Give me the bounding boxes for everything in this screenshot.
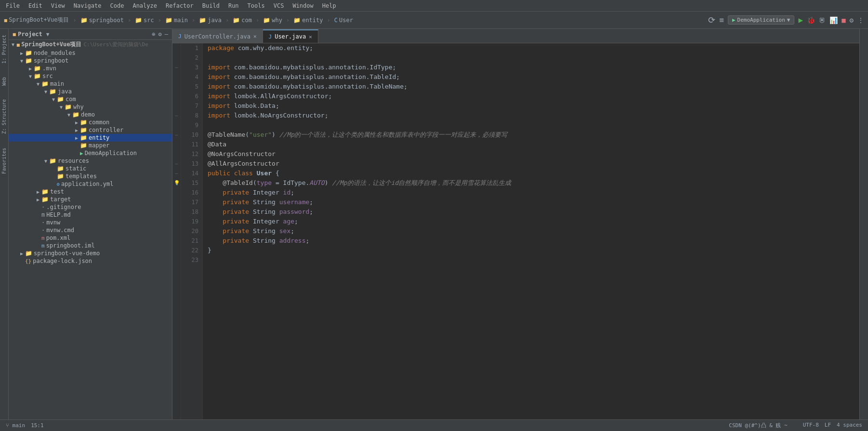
tree-item-entity[interactable]: ▶ 📁 entity xyxy=(9,134,172,142)
project-dropdown-icon[interactable]: ▼ xyxy=(46,31,50,38)
menu-navigate[interactable]: Navigate xyxy=(70,1,105,10)
menu-file[interactable]: File xyxy=(2,1,24,10)
collapse-icon-13[interactable]: – xyxy=(175,159,178,169)
tree-item-pomxml[interactable]: m pom.xml xyxy=(9,234,172,242)
menu-analyze[interactable]: Analyze xyxy=(129,1,161,10)
tree-item-package-lock[interactable]: {} package-lock.json xyxy=(9,257,172,265)
menu-code[interactable]: Code xyxy=(106,1,128,10)
main-layout: 1: Project Web Z: Structure Favorites ◼ … xyxy=(0,29,868,419)
run-config-selector[interactable]: ▶ DemoApplication ▼ xyxy=(728,15,795,25)
code-line-4: import com.baomidou.mybatisplus.annotati… xyxy=(208,72,859,82)
tree-item-springboot[interactable]: ▼ 📁 springboot xyxy=(9,57,172,65)
menu-bar: File Edit View Navigate Code Analyze Ref… xyxy=(0,0,868,12)
code-editor: – – – – – xyxy=(172,43,859,419)
collapse-icon-8[interactable]: – xyxy=(175,111,178,120)
left-side-tabs: 1: Project Web Z: Structure Favorites xyxy=(0,29,9,419)
profile-button[interactable]: 📊 xyxy=(829,16,838,24)
coverage-button[interactable]: ⛨ xyxy=(819,16,826,24)
breadcrumb-entity[interactable]: 📁 entity xyxy=(293,17,323,24)
collapse-icon-14[interactable]: – xyxy=(175,169,178,178)
breadcrumb-user[interactable]: C User xyxy=(334,17,353,24)
status-git[interactable]: ⑂ main xyxy=(6,422,25,429)
status-indent[interactable]: 4 spaces xyxy=(837,422,862,429)
tree-item-target[interactable]: ▶ 📁 target xyxy=(9,196,172,203)
tab-user-controller[interactable]: J UserController.java ✕ xyxy=(172,29,263,43)
tree-item-static[interactable]: 📁 static xyxy=(9,165,172,172)
tree-item-why[interactable]: ▼ 📁 why xyxy=(9,103,172,111)
menu-window[interactable]: Window xyxy=(289,1,317,10)
tree-item-com[interactable]: ▼ 📁 com xyxy=(9,95,172,103)
breadcrumb-why[interactable]: 📁 why xyxy=(263,17,282,24)
toolbar-icon-2[interactable]: ≡ xyxy=(719,15,724,25)
code-line-10: @TableName("user") //Mp的一个语法，让这个类的属性名和数据… xyxy=(208,130,859,140)
collapse-icon-3[interactable]: – xyxy=(175,63,178,72)
tree-item-helpmd[interactable]: m HELP.md xyxy=(9,211,172,219)
tree-item-node-modules[interactable]: ▶ 📁 node_modules xyxy=(9,49,172,57)
side-tab-favorites[interactable]: Favorites xyxy=(0,146,8,176)
collapse-icon-10[interactable]: – xyxy=(175,130,178,140)
tree-item-root[interactable]: ▼ ◼ SpringBoot+Vue项目 C:\Users\爱闯的脑袋\De xyxy=(9,40,172,49)
breadcrumb-src[interactable]: 📁 src xyxy=(135,17,154,24)
project-collapse-icon[interactable]: – xyxy=(165,31,168,38)
toolbar-icon-1[interactable]: ⟳ xyxy=(708,15,715,25)
code-line-1: package com.why.demo.entity; xyxy=(208,43,859,53)
tree-item-springboot-vue-demo[interactable]: ▶ 📁 springboot-vue-demo xyxy=(9,249,172,257)
menu-run[interactable]: Run xyxy=(224,1,243,10)
menu-build[interactable]: Build xyxy=(198,1,224,10)
status-bar: ⑂ main 15:1 CSDN @(#^)凸 & 贱 ~ UTF-8 LF 4… xyxy=(0,419,868,431)
status-encoding[interactable]: UTF-8 xyxy=(803,422,819,429)
code-line-6: import lombok.AllArgsConstructor; xyxy=(208,91,859,101)
side-tab-structure[interactable]: Z: Structure xyxy=(0,97,8,136)
code-line-7: import lombok.Data; xyxy=(208,101,859,111)
project-locate-icon[interactable]: ⊕ xyxy=(152,31,155,38)
menu-vcs[interactable]: VCS xyxy=(270,1,288,10)
tree-item-mvnw[interactable]: · mvnw xyxy=(9,219,172,226)
tab-close-1[interactable]: ✕ xyxy=(253,33,257,39)
tree-item-springbootiml[interactable]: m springboot.iml xyxy=(9,242,172,249)
breadcrumb-springboot[interactable]: 📁 springboot xyxy=(80,17,124,24)
tree-item-src[interactable]: ▼ 📁 src xyxy=(9,72,172,80)
tab-close-2[interactable]: ✕ xyxy=(309,34,312,40)
code-line-17: private String username; xyxy=(208,197,859,207)
tree-item-controller[interactable]: ▶ 📁 controller xyxy=(9,126,172,134)
tree-item-demo-app[interactable]: ▶ DemoApplication xyxy=(9,149,172,157)
tree-item-resources[interactable]: ▼ 📁 resources xyxy=(9,157,172,165)
tab-user[interactable]: J User.java ✕ xyxy=(263,29,318,43)
tree-item-test[interactable]: ▶ 📁 test xyxy=(9,188,172,196)
tree-item-main[interactable]: ▼ 📁 main xyxy=(9,80,172,88)
tip-icon-15[interactable]: 💡 xyxy=(174,178,180,188)
project-panel: ◼ Project ▼ ⊕ ⚙ – ▼ ◼ SpringBoot+Vue项目 C… xyxy=(9,29,172,419)
menu-edit[interactable]: Edit xyxy=(25,1,46,10)
menu-refactor[interactable]: Refactor xyxy=(162,1,197,10)
run-button[interactable]: ▶ xyxy=(798,15,803,25)
tree-item-application-yml[interactable]: ⚙ application.yml xyxy=(9,180,172,188)
settings-icon[interactable]: ⚙ xyxy=(850,16,854,24)
stop-button[interactable]: ■ xyxy=(842,16,845,24)
breadcrumb-main[interactable]: 📁 main xyxy=(165,17,188,24)
project-tree: ▼ ◼ SpringBoot+Vue项目 C:\Users\爱闯的脑袋\De ▶… xyxy=(9,40,172,419)
debug-button[interactable]: 🐞 xyxy=(807,16,815,24)
status-line-sep[interactable]: LF xyxy=(825,422,831,429)
tree-item-mapper[interactable]: 📁 mapper xyxy=(9,142,172,149)
more-icon[interactable]: ⋮ xyxy=(857,16,864,24)
tree-item-mvnwcmd[interactable]: · mvnw.cmd xyxy=(9,226,172,234)
side-tab-web[interactable]: Web xyxy=(0,75,8,88)
side-tab-project[interactable]: 1: Project xyxy=(0,33,8,65)
menu-help[interactable]: Help xyxy=(318,1,340,10)
tree-item-templates[interactable]: 📁 templates xyxy=(9,172,172,180)
project-settings-icon[interactable]: ⚙ xyxy=(158,31,162,38)
tree-item-demo[interactable]: ▼ 📁 demo xyxy=(9,111,172,118)
line-numbers: 1 2 3 4 5 6 7 8 9 10 11 12 13 14 15 16 1… xyxy=(181,43,203,419)
tree-item-gitignore[interactable]: · .gitignore xyxy=(9,203,172,211)
breadcrumb-project[interactable]: ◼ SpringBoot+Vue项目 xyxy=(4,16,69,24)
breadcrumb-com[interactable]: 📁 com xyxy=(233,17,252,24)
menu-view[interactable]: View xyxy=(47,1,69,10)
code-line-9 xyxy=(208,120,859,130)
code-line-20: private String sex; xyxy=(208,226,859,236)
breadcrumb-java[interactable]: 📁 java xyxy=(199,17,222,24)
tree-item-java[interactable]: ▼ 📁 java xyxy=(9,88,172,95)
code-content[interactable]: package com.why.demo.entity; import com.… xyxy=(203,43,859,419)
tree-item-common[interactable]: ▶ 📁 common xyxy=(9,118,172,126)
tree-item-mvn[interactable]: ▶ 📁 .mvn xyxy=(9,65,172,72)
menu-tools[interactable]: Tools xyxy=(244,1,269,10)
